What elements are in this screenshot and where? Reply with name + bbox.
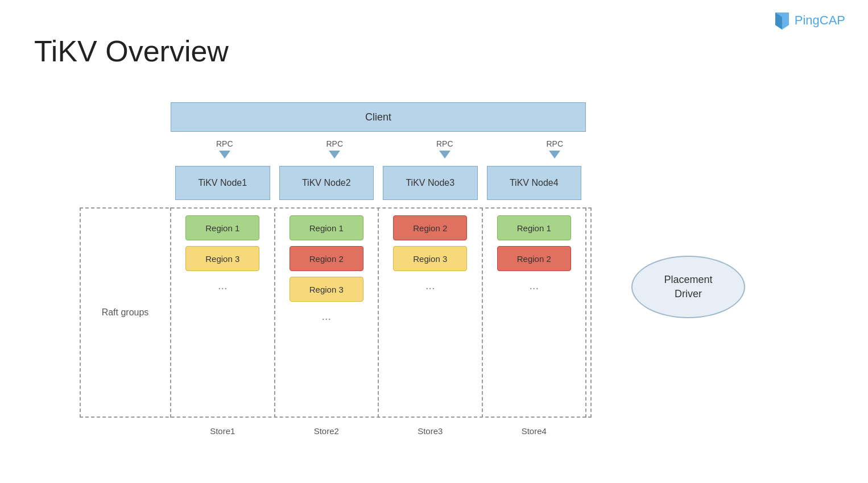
node-row: TiKV Node1 TiKV Node2 TiKV Node3 TiKV No…	[171, 166, 586, 200]
logo: PingCAP	[773, 10, 845, 31]
tikv-node-4: TiKV Node4	[487, 166, 582, 200]
dots-4: ...	[529, 279, 539, 292]
store-label-4: Store4	[522, 426, 547, 436]
rpc-row: RPC RPC RPC RPC	[171, 132, 586, 166]
rpc-item-4: RPC	[546, 139, 563, 159]
arrow-down-4	[549, 151, 560, 159]
region-box: Region 2	[393, 215, 467, 240]
region-box: Region 3	[185, 246, 259, 271]
region-box: Region 1	[185, 215, 259, 240]
page-title: TiKV Overview	[34, 34, 229, 68]
store-label-3: Store3	[418, 426, 443, 436]
region-box: Region 1	[290, 215, 363, 240]
region-box: Region 2	[497, 246, 571, 271]
placement-driver: PlacementDriver	[631, 256, 745, 318]
region-box: Region 2	[290, 246, 363, 271]
dots-3: ...	[425, 279, 435, 292]
rpc-item-2: RPC	[326, 139, 343, 159]
arrow-down-3	[439, 151, 450, 159]
tikv-node-2: TiKV Node2	[279, 166, 374, 200]
tikv-node-1: TiKV Node1	[175, 166, 270, 200]
store-col-2: Region 1 Region 2 Region 3 ... Store2	[274, 207, 379, 418]
arrow-down-1	[219, 151, 230, 159]
pingcap-logo-icon	[773, 10, 791, 31]
store-col-3: Region 2 Region 3 ... Store3	[378, 207, 483, 418]
rpc-label-2: RPC	[326, 139, 343, 148]
region-box: Region 1	[497, 215, 571, 240]
rpc-label-1: RPC	[216, 139, 233, 148]
rpc-label-4: RPC	[546, 139, 563, 148]
dots-2: ...	[321, 310, 331, 323]
logo-text: PingCAP	[795, 13, 845, 28]
dots-1: ...	[218, 279, 228, 292]
tikv-node-3: TiKV Node3	[383, 166, 478, 200]
region-box: Region 3	[290, 277, 363, 302]
store-col-1: Region 1 Region 3 ... Store1	[170, 207, 275, 418]
store-label-2: Store2	[314, 426, 339, 436]
region-box: Region 3	[393, 246, 467, 271]
rpc-item-3: RPC	[436, 139, 453, 159]
client-box: Client	[171, 102, 586, 132]
rpc-item-1: RPC	[216, 139, 233, 159]
raft-groups-label: Raft groups	[85, 207, 165, 418]
diagram: Client RPC RPC RPC RPC TiKV Node1 TiKV N…	[80, 102, 762, 455]
store-col-4: Region 1 Region 2 ... Store4	[482, 207, 587, 418]
rpc-label-3: RPC	[436, 139, 453, 148]
stores-area: Region 1 Region 3 ... Store1 Region 1 Re…	[171, 207, 586, 418]
arrow-down-2	[329, 151, 340, 159]
store-label-1: Store1	[210, 426, 235, 436]
